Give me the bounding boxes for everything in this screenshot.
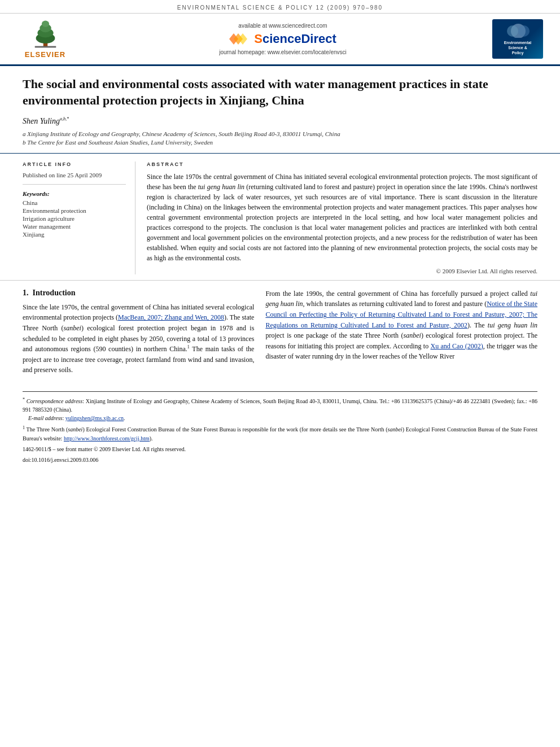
intro-left-text: Since the late 1970s, the central govern… xyxy=(23,302,254,375)
sciencedirect-logo: ScienceDirect xyxy=(73,31,492,47)
affiliation-a: a Xinjiang Institute of Ecology and Geog… xyxy=(23,130,537,137)
svg-point-5 xyxy=(41,21,49,27)
footnote-correspondence: * Correspondence address: Xinjiang Insti… xyxy=(23,396,537,422)
article-info-label: ARTICLE INFO xyxy=(23,161,126,167)
journal-logo-title: EnvironmentalScience &Policy xyxy=(504,40,532,55)
author-line: Shen Yulinga,b,* xyxy=(23,116,537,126)
abstract-section: ABSTRACT Since the late 1970s the centra… xyxy=(147,161,537,274)
article-title: The social and environmental costs assoc… xyxy=(23,76,537,108)
keyword-env: Environmental protection xyxy=(23,207,126,214)
col-right: From the late 1990s, the central governm… xyxy=(265,289,537,380)
svg-rect-1 xyxy=(34,46,56,48)
journal-logo: EnvironmentalScience &Policy xyxy=(492,19,543,59)
journal-citation: ENVIRONMENTAL SCIENCE & POLICY 12 (2009)… xyxy=(0,0,560,14)
keyword-xinjiang: Xinjiang xyxy=(23,231,126,238)
homepage-text: journal homepage: www.elsevier.com/locat… xyxy=(73,49,492,55)
published-date: Published on line 25 April 2009 xyxy=(23,172,126,185)
keywords-label: Keywords: xyxy=(23,190,126,197)
footnote-doi: doi:10.1016/j.envsci.2009.03.006 xyxy=(23,456,537,464)
elsevier-brand: ELSEVIER xyxy=(25,50,65,59)
affiliation-b: b The Centre for East and Southeast Asia… xyxy=(23,139,537,146)
intro-right-text: From the late 1990s, the central governm… xyxy=(265,289,537,362)
available-text: available at www.sciencedirect.com xyxy=(73,23,492,29)
keyword-irrigation: Irrigation agriculture xyxy=(23,215,126,222)
journal-center: available at www.sciencedirect.com Scien… xyxy=(73,23,492,55)
col-left: 1. Introduction Since the late 1970s, th… xyxy=(23,289,254,380)
intro-title: Introduction xyxy=(33,289,76,297)
keyword-water: Water management xyxy=(23,223,126,230)
intro-heading: 1. Introduction xyxy=(23,289,254,298)
journal-header: ELSEVIER available at www.sciencedirect.… xyxy=(0,14,560,66)
copyright: © 2009 Elsevier Ltd. All rights reserved… xyxy=(147,268,537,274)
svg-point-13 xyxy=(518,25,530,37)
author-superscript: a,b,* xyxy=(60,116,69,121)
sciencedirect-text: ScienceDirect xyxy=(254,32,336,46)
section-number: 1. xyxy=(23,289,29,297)
main-content: 1. Introduction Since the late 1970s, th… xyxy=(0,281,560,386)
article-body: ARTICLE INFO Published on line 25 April … xyxy=(0,154,560,281)
author-name: Shen Yuling xyxy=(23,117,60,125)
article-info: ARTICLE INFO Published on line 25 April … xyxy=(23,161,135,274)
elsevier-logo: ELSEVIER xyxy=(17,19,73,59)
svg-point-12 xyxy=(507,25,518,37)
keyword-china: China xyxy=(23,199,126,206)
abstract-text: Since the late 1970s the central governm… xyxy=(147,172,537,263)
abstract-label: ABSTRACT xyxy=(147,161,537,167)
footnote-license: 1462-9011/$ – see front matter © 2009 El… xyxy=(23,445,537,453)
footnotes-section: * Correspondence address: Xinjiang Insti… xyxy=(23,391,537,464)
footnote-1: 1 The Three North (sanbei) Ecological Fo… xyxy=(23,425,537,442)
article-title-section: The social and environmental costs assoc… xyxy=(0,66,560,154)
